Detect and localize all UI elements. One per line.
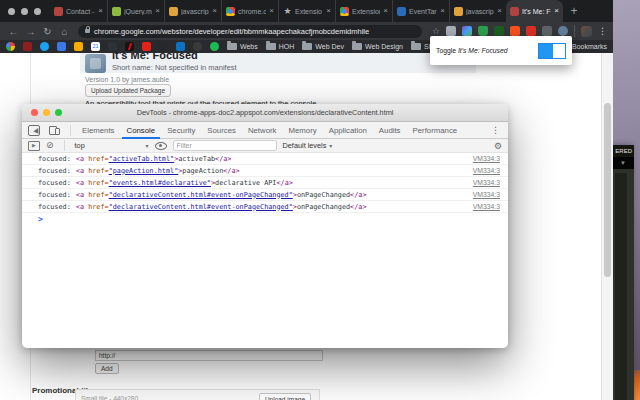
console-source-link[interactable]: VM334:3 [473,155,500,162]
tab-application[interactable]: Application [324,122,372,139]
clear-console-icon[interactable]: ⊘ [46,141,54,150]
bookmark-folder-webs[interactable]: Webs [227,43,258,50]
console-prompt[interactable]: > [22,213,508,225]
browser-tab[interactable]: javascrip × [164,0,221,22]
console-source-link[interactable]: VM334:3 [473,179,500,186]
tab-close-icon[interactable]: × [326,7,331,15]
extension-gray-icon[interactable] [446,26,456,36]
context-dropdown[interactable]: top ▾ [75,141,149,150]
bookmark-dark-app-icon[interactable] [193,42,202,51]
console-href-link[interactable]: "declarativeContent.html#event-onPageCha… [109,203,293,211]
browser-tab[interactable]: Contact - × [50,0,107,22]
console-href-link[interactable]: "pageAction.html" [109,167,179,175]
tab-close-icon[interactable]: × [497,7,502,15]
tab-elements[interactable]: Elements [77,122,120,139]
bookmark-github-icon[interactable] [159,42,168,51]
bookmark-folder-web-design[interactable]: Web Design [352,43,403,50]
extension-shield-icon[interactable] [478,26,488,36]
extension-dark-gray-icon[interactable] [542,26,552,36]
new-tab-button[interactable]: + [563,0,585,22]
upload-image-button[interactable]: Upload image [259,393,311,400]
favicon-contact-icon [54,7,63,16]
browser-tab[interactable]: ★ Extensio × [278,0,335,22]
devtools-titlebar[interactable]: DevTools - chrome-apps-doc2.appspot.com/… [22,104,508,122]
tab-close-icon[interactable]: × [440,7,445,15]
focused-toggle-switch[interactable] [538,43,566,59]
console-href-link[interactable]: "activeTab.html" [109,155,174,163]
tab-close-icon[interactable]: × [98,7,103,15]
extension-app-icon [85,54,106,73]
console-href-link[interactable]: "declarativeContent.html#event-onPageCha… [109,191,293,199]
bookmark-folder-hoh[interactable]: HOH [266,43,295,50]
tab-close-icon[interactable]: × [269,7,274,15]
background-window[interactable]: ERED ▼ [612,145,634,400]
bookmark-calendar-icon[interactable]: 21 [91,42,100,51]
bookmark-youtube-icon[interactable] [142,42,151,51]
bookmark-vscode-icon[interactable] [176,42,185,51]
address-bar[interactable]: chrome.google.com/webstore/developer/edi… [78,25,422,38]
browser-tab[interactable]: EventTar × [392,0,449,22]
browser-menu-icon[interactable]: ⋮ [598,26,607,36]
reload-icon[interactable]: ↻ [40,26,55,37]
bookmark-spotify-icon[interactable] [210,42,219,51]
window-traffic-lights[interactable] [8,8,41,15]
tab-sources[interactable]: Sources [202,122,241,139]
tab-console[interactable]: Console [122,122,161,139]
upload-package-button[interactable]: Upload Updated Package [85,84,171,97]
close-window-icon[interactable] [31,109,38,116]
site-url-input[interactable] [95,350,323,361]
add-button[interactable]: Add [95,363,119,374]
extension-orange-icon[interactable] [510,26,520,36]
inspect-element-icon[interactable] [28,125,40,136]
zoom-window-icon[interactable] [55,109,62,116]
bookmark-twitter-icon[interactable] [40,42,49,51]
devtools-menu-icon[interactable]: ⋮ [491,125,502,135]
profile-avatar-icon[interactable] [581,26,592,37]
home-icon[interactable]: ⌂ [57,26,72,37]
bookmark-star-icon[interactable]: ☆ [432,26,440,36]
extension-dark-green-icon[interactable] [494,26,504,36]
browser-tab[interactable]: jQuery.m × [107,0,164,22]
tab-close-icon[interactable]: × [554,7,559,15]
bookmark-orange-app-icon[interactable] [74,42,83,51]
filter-input[interactable] [173,140,277,151]
extension-photos-icon[interactable] [462,26,472,36]
browser-tab[interactable]: javascrip × [449,0,506,22]
console-href-link[interactable]: "events.html#declarative" [109,179,211,187]
tab-close-icon[interactable]: × [155,7,160,15]
live-expression-eye-icon[interactable] [155,142,167,150]
bookmark-netflix-icon[interactable] [125,42,134,51]
console-source-link[interactable]: VM334:3 [473,203,500,210]
bookmark-amazon-icon[interactable] [108,42,117,51]
tab-performance[interactable]: Performance [408,122,463,139]
bookmark-docs-icon[interactable] [57,42,66,51]
bookmark-red-app-icon[interactable] [23,42,32,51]
browser-tab[interactable]: chrome.d × [221,0,278,22]
tab-close-icon[interactable]: × [212,7,217,15]
tab-close-icon[interactable]: × [383,7,388,15]
settings-gear-icon[interactable]: ⚙ [494,141,502,151]
devtools-traffic-lights[interactable] [31,109,62,116]
sync-paused-icon[interactable] [558,26,568,36]
back-icon[interactable]: ← [6,26,21,37]
tab-security[interactable]: Security [162,122,200,139]
background-window-scrollbar[interactable] [615,173,627,400]
tab-network[interactable]: Network [243,122,282,139]
device-toolbar-icon[interactable] [49,125,60,135]
tab-memory[interactable]: Memory [284,122,322,139]
minimize-window-icon[interactable] [43,109,50,116]
forward-icon[interactable]: → [23,26,38,37]
scrollbar-thumb[interactable] [604,103,611,277]
tab-audits[interactable]: Audits [374,122,406,139]
page-scrollbar[interactable] [601,53,613,400]
log-levels-dropdown[interactable]: Default levels ▾ [283,141,333,150]
bookmark-folder-web-dev[interactable]: Web Dev [302,43,344,50]
console-sidebar-icon[interactable]: ▶ [28,141,40,151]
chevron-down-icon[interactable]: ▼ [612,157,634,169]
console-source-link[interactable]: VM334:3 [473,167,500,174]
console-source-link[interactable]: VM334:3 [473,191,500,198]
extension-red-icon[interactable] [526,26,536,36]
browser-tab-active[interactable]: It's Me: F × [506,0,563,22]
bookmark-chrome-icon[interactable] [6,42,15,51]
browser-tab[interactable]: Extension × [335,0,392,22]
